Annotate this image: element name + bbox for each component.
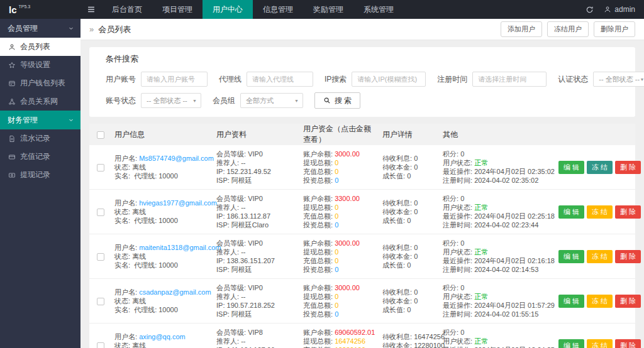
recharge-total-value[interactable]: 0 [335, 257, 338, 264]
network-icon [8, 98, 16, 106]
auth-status-label: 认证状态 [558, 74, 588, 85]
sidebar-item-withdraw-records[interactable]: 提现记录 [0, 166, 80, 184]
agent-input[interactable] [247, 72, 313, 87]
edit-button[interactable]: 编 辑 [558, 250, 584, 263]
ip-value: 138.36.151.207 [227, 257, 275, 264]
regtime-input[interactable] [472, 72, 547, 87]
user-funds-cell: 账户余额: 3300.00 提现总额: 0 充值总额: 0 投资总额: 0 [301, 190, 380, 234]
sidebar-item-level-settings[interactable]: 等级设置 [0, 56, 80, 74]
withdraw-total-value[interactable]: 16474256 [335, 337, 365, 345]
sidebar-item-flow-records[interactable]: 流水记录 [0, 129, 80, 148]
balance-value[interactable]: 3000.00 [335, 239, 360, 247]
balance-value[interactable]: 3300.00 [335, 195, 360, 202]
member-group-select[interactable]: 全部方式 ▼ [240, 93, 303, 108]
row-checkbox[interactable] [97, 164, 104, 171]
freeze-button[interactable]: 冻 结 [587, 205, 613, 219]
row-checkbox[interactable] [97, 253, 104, 261]
last-op-label: 最近操作: [443, 212, 472, 220]
username-link[interactable]: Ms8574749@gmail.com [139, 155, 214, 162]
user-state-label: 用户状态: [443, 293, 472, 300]
invest-total-value[interactable]: 0 [335, 310, 338, 318]
search-button[interactable]: 搜 索 [314, 92, 360, 109]
document-icon [8, 135, 16, 143]
pending-principal-label: 待收本金: [382, 342, 412, 348]
nav-item-user-center[interactable]: 用户中心 [203, 0, 253, 19]
freeze-button[interactable]: 冻 结 [587, 295, 613, 308]
delete-button[interactable]: 删 除 [615, 161, 641, 174]
invest-total-label: 投资总额: [303, 310, 333, 318]
freeze-button[interactable]: 冻 结 [587, 161, 613, 174]
member-group-label: 会员组 [213, 95, 235, 106]
pending-principal-label: 待收本金: [382, 163, 412, 171]
register-time-label: 注册时间: [443, 266, 472, 273]
nav-item-dashboard[interactable]: 后台首页 [102, 0, 152, 19]
freeze-button[interactable]: 冻 结 [587, 339, 613, 348]
sidebar-section-finance-mgmt[interactable]: 财务管理 [0, 111, 80, 129]
account-label: 用户账号 [106, 74, 136, 85]
row-checkbox[interactable] [97, 209, 104, 216]
withdraw-total-value[interactable]: 0 [335, 248, 338, 256]
select-all-checkbox[interactable] [97, 131, 104, 139]
last-op-value: 2024年04月02日 02:16:18 [474, 257, 555, 264]
referrer-label: 推荐人: [216, 337, 239, 345]
app-logo[interactable]: lc TP5.3 [0, 0, 80, 19]
sidebar-item-user-wallets[interactable]: 用户钱包列表 [0, 74, 80, 92]
delete-button[interactable]: 删 除 [615, 295, 641, 308]
balance-value[interactable]: 3000.00 [335, 284, 360, 291]
recharge-total-value[interactable]: 0 [335, 168, 338, 175]
delete-button[interactable]: 删 除 [615, 205, 641, 219]
freeze-button[interactable]: 冻 结 [587, 250, 613, 263]
withdraw-total-value[interactable]: 0 [335, 293, 338, 300]
nav-item-system[interactable]: 系统管理 [353, 0, 404, 19]
add-user-button[interactable]: 添加用户 [501, 21, 542, 37]
account-status-select[interactable]: -- 全部状态 -- ▼ [141, 93, 201, 108]
ip-input[interactable] [352, 72, 426, 87]
referrer-label: 推荐人: [216, 293, 239, 300]
auth-status-select[interactable]: -- 全部状态 -- ▼ [593, 72, 644, 87]
table-row: 用户名: maitenita1318@gmail.com 状态: 离线 实名: … [89, 234, 635, 279]
status-label: 状态: [114, 297, 130, 305]
admin-menu[interactable]: admin [604, 5, 635, 14]
sidebar-item-member-list[interactable]: 会员列表 [0, 38, 80, 56]
nav-item-rewards[interactable]: 奖励管理 [303, 0, 353, 19]
row-checkbox[interactable] [97, 342, 104, 348]
balance-value[interactable]: 69060592.01 [335, 329, 375, 336]
invest-total-value[interactable]: 0 [335, 221, 338, 229]
delete-button[interactable]: 删 除 [615, 339, 641, 348]
edit-button[interactable]: 编 辑 [558, 161, 584, 174]
withdraw-total-value[interactable]: 0 [335, 159, 338, 166]
register-time-label: 注册时间: [443, 310, 472, 318]
username-link[interactable]: csadanpaz@gmail.com [139, 288, 211, 296]
username-link[interactable]: axing@qq.com [139, 333, 186, 340]
topbar-right: admin [586, 0, 644, 19]
freeze-user-button[interactable]: 冻结用户 [547, 21, 589, 37]
menu-toggle-icon[interactable] [80, 0, 102, 19]
nav-item-info[interactable]: 信息管理 [253, 0, 303, 19]
balance-value[interactable]: 3000.00 [335, 150, 360, 158]
delete-button[interactable]: 删 除 [615, 250, 641, 263]
edit-button[interactable]: 编 辑 [558, 339, 584, 348]
username-link[interactable]: maitenita1318@gmail.com [139, 244, 221, 251]
recharge-total-value[interactable]: 0 [335, 212, 338, 220]
row-checkbox[interactable] [97, 298, 104, 305]
sidebar-item-member-network[interactable]: 会员关系网 [0, 92, 80, 111]
account-input[interactable] [141, 72, 208, 87]
withdraw-total-value[interactable]: 0 [335, 204, 338, 211]
edit-button[interactable]: 编 辑 [558, 295, 584, 308]
level-label: 会员等级: [216, 329, 246, 336]
delete-user-button[interactable]: 删除用户 [594, 21, 635, 37]
invest-total-value[interactable]: 0 [335, 266, 338, 273]
sidebar-section-member-mgmt[interactable]: 会员管理 [0, 19, 80, 38]
points-value: 0 [460, 239, 464, 247]
isp-label: ISP: [216, 310, 230, 318]
sidebar-item-recharge-records[interactable]: 充值记录 [0, 148, 80, 166]
nav-item-projects[interactable]: 项目管理 [152, 0, 203, 19]
user-details-cell: 待收利息: 0 待收本金: 0 成长值: 0 [380, 145, 440, 190]
recharge-total-value[interactable]: 0 [335, 302, 338, 309]
username-link[interactable]: hviegas1977@gmail.com [139, 199, 217, 207]
page-header: » 会员列表 添加用户 冻结用户 删除用户 [80, 19, 644, 40]
invest-total-value[interactable]: 0 [335, 177, 338, 184]
edit-button[interactable]: 编 辑 [558, 205, 584, 219]
refresh-icon[interactable] [586, 6, 594, 14]
user-details-cell: 待收利息: 0 待收本金: 0 成长值: 0 [380, 190, 440, 234]
